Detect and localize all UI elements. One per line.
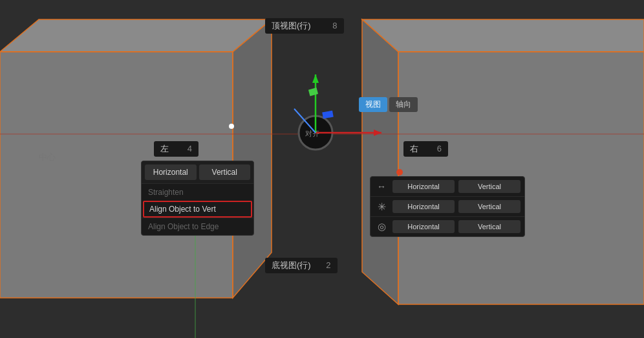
align-object-to-vert-item[interactable]: Align Object to Vert — [143, 201, 252, 218]
view-label-left-number: 4 — [188, 144, 192, 153]
svg-point-32 — [229, 124, 234, 129]
view-label-bottom: 底视图(行) 2 — [265, 258, 338, 273]
align-panel-right: ↔ Horizontal Vertical ✳ Horizontal Verti… — [370, 176, 525, 237]
straighten-item[interactable]: Straighten — [142, 183, 253, 201]
view-button[interactable]: 视图 — [359, 97, 387, 112]
axis-button[interactable]: 轴向 — [389, 97, 418, 112]
align-row-3: ◎ Horizontal Vertical — [370, 217, 524, 236]
svg-marker-20 — [233, 19, 272, 298]
view-label-left: 左 4 — [154, 141, 199, 157]
view-axis-controls: 视图 轴向 — [359, 97, 418, 112]
vertical-btn-2[interactable]: Vertical — [458, 200, 521, 213]
vertical-button-left[interactable]: Vertical — [199, 164, 251, 180]
align-row-1: ↔ Horizontal Vertical — [370, 177, 524, 197]
view-label-right: 右 6 — [403, 141, 448, 157]
svg-text:中心: 中心 — [39, 152, 56, 162]
target-icon: ◎ — [374, 220, 389, 234]
menu-top-buttons: Horizontal Vertical — [142, 161, 253, 183]
view-label-top-text: 顶视图(行) — [272, 21, 311, 30]
svg-marker-26 — [362, 19, 398, 304]
3d-viewport[interactable]: 对齐 中心 顶视图(行) 8 左 4 右 6 底视图(行) 2 视图 — [0, 0, 644, 338]
horizontal-btn-3[interactable]: Horizontal — [392, 220, 455, 233]
svg-point-33 — [396, 169, 403, 175]
star-icon: ✳ — [374, 199, 389, 214]
align-object-to-edge-item[interactable]: Align Object to Edge — [142, 218, 253, 235]
vertical-btn-3[interactable]: Vertical — [458, 220, 521, 233]
svg-marker-25 — [362, 19, 644, 52]
view-label-right-text: 右 — [410, 144, 418, 153]
view-label-bottom-text: 底视图(行) — [272, 260, 311, 270]
horizontal-btn-1[interactable]: Horizontal — [392, 180, 455, 193]
view-label-left-text: 左 — [160, 144, 169, 153]
context-menu-left: Horizontal Vertical Straighten Align Obj… — [141, 161, 254, 236]
horizontal-btn-2[interactable]: Horizontal — [392, 200, 455, 213]
view-label-right-number: 6 — [437, 144, 442, 153]
horizontal-arrows-icon: ↔ — [374, 179, 389, 194]
vertical-btn-1[interactable]: Vertical — [458, 180, 521, 193]
svg-marker-19 — [0, 19, 272, 52]
align-row-2: ✳ Horizontal Vertical — [370, 197, 524, 217]
grid-overlay: 对齐 中心 — [0, 0, 644, 338]
view-label-top: 顶视图(行) 8 — [265, 18, 344, 34]
view-label-bottom-number: 2 — [326, 260, 330, 270]
view-label-top-number: 8 — [332, 21, 337, 30]
horizontal-button-left[interactable]: Horizontal — [145, 164, 197, 180]
